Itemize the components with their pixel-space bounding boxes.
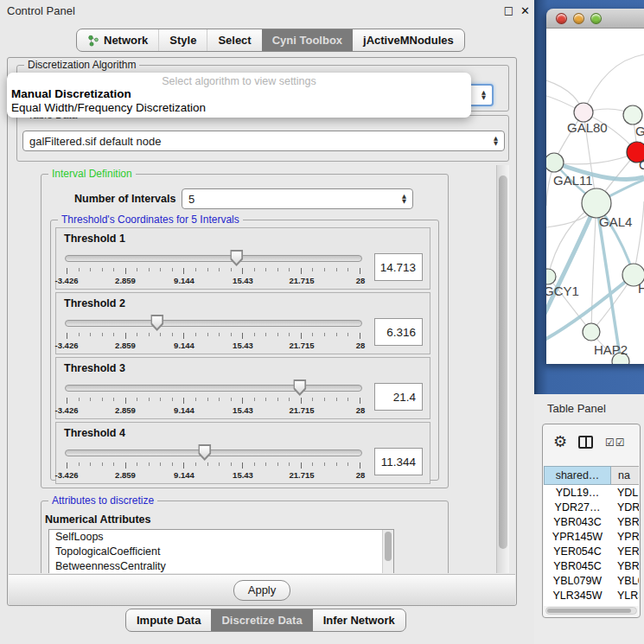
threshold-1-label: Threshold 1: [64, 233, 125, 245]
tab-style-label: Style: [169, 34, 196, 47]
slider-thumb[interactable]: [198, 444, 211, 461]
column-header-shared-name[interactable]: shared…: [544, 466, 611, 485]
threshold-2-value-field[interactable]: 6.316: [374, 318, 423, 346]
combo-spinner-icon[interactable]: ▲ ▼: [488, 136, 498, 146]
table-horizontal-scrollbar[interactable]: [545, 607, 637, 615]
popup-option-equal-width[interactable]: Equal Width/Frequency Discretization: [7, 101, 471, 115]
algorithm-dropdown-popup: Select algorithm to view settings Manual…: [7, 73, 471, 118]
list-item[interactable]: TopologicalCoefficient: [49, 545, 393, 559]
network-node[interactable]: [623, 105, 642, 124]
threshold-4-label: Threshold 4: [64, 427, 125, 439]
network-window-titlebar[interactable]: [546, 9, 644, 29]
checkbox-icons[interactable]: ☑☑: [605, 437, 626, 449]
cell: YLR3: [611, 590, 639, 602]
slider-thumb[interactable]: [293, 379, 306, 396]
threshold-4-slider[interactable]: -3.4262.8599.14415.4321.71528: [65, 442, 362, 481]
node-label: HAP2: [594, 342, 628, 357]
apply-button[interactable]: Apply: [233, 580, 291, 601]
slider-thumb[interactable]: [150, 315, 163, 331]
table-row[interactable]: YDR27…YDR2: [544, 500, 639, 514]
tab-discretize-data[interactable]: Discretize Data: [211, 609, 312, 631]
tab-infer-network[interactable]: Infer Network: [313, 609, 405, 631]
list-item[interactable]: BetweennessCentrality: [49, 559, 393, 573]
table-row[interactable]: YBR043CYBR0: [544, 514, 639, 529]
float-window-icon[interactable]: □: [502, 4, 515, 17]
network-node[interactable]: [546, 269, 556, 284]
popup-hint: Select algorithm to view settings: [7, 75, 471, 87]
table-header-row: shared… na: [544, 466, 639, 485]
slider-track[interactable]: [65, 255, 362, 262]
cell: YER0: [611, 545, 639, 558]
combo-spinner-icon[interactable]: ▲ ▼: [397, 194, 406, 204]
screen: Control Panel □ ✕ Network Style Select C…: [0, 0, 644, 644]
popup-option-manual-discretization[interactable]: Manual Discretization: [7, 87, 471, 101]
slider-ticks: [67, 268, 360, 275]
cell: YDR27…: [544, 501, 611, 513]
slider-tick-labels: -3.4262.8599.14415.4321.71528: [67, 405, 360, 416]
close-traffic-light-icon[interactable]: [556, 13, 567, 24]
settings-scrollbar[interactable]: [496, 165, 509, 573]
network-node[interactable]: [546, 153, 564, 172]
threshold-1-value-field[interactable]: 14.713: [374, 253, 423, 281]
scrollbar-thumb[interactable]: [499, 175, 507, 549]
tab-select[interactable]: Select: [207, 29, 261, 51]
slider-tick-labels: -3.4262.8599.14415.4321.71528: [67, 276, 360, 286]
scrollbar-thumb[interactable]: [385, 532, 392, 561]
slider-ticks: [67, 333, 360, 340]
tab-style[interactable]: Style: [158, 29, 207, 51]
control-panel-tabbar: Network Style Select Cyni Toolbox jActiv…: [76, 29, 465, 52]
table-row[interactable]: YPR145WYPR1: [544, 529, 639, 544]
node-label: GAL11: [553, 173, 593, 188]
scrollbar-thumb[interactable]: [547, 609, 631, 613]
threshold-4-value-field[interactable]: 11.344: [374, 448, 423, 475]
split-pane-icon[interactable]: [578, 436, 593, 449]
zoom-traffic-light-icon[interactable]: [590, 13, 602, 24]
threshold-3-value-field[interactable]: 21.4: [374, 383, 423, 411]
threshold-3-slider[interactable]: -3.4262.8599.14415.4321.71528: [65, 377, 362, 417]
gear-icon[interactable]: ⚙: [553, 432, 567, 450]
node-label: GAL4: [599, 214, 632, 229]
slider-thumb[interactable]: [230, 250, 243, 266]
list-item[interactable]: SelfLoops: [49, 530, 393, 545]
table-data-combobox[interactable]: galFiltered.sif default node ▲ ▼: [22, 131, 505, 151]
network-node[interactable]: [582, 188, 611, 218]
table-row[interactable]: YBR045CYBR0: [544, 558, 639, 573]
tab-select-label: Select: [218, 34, 251, 47]
tab-network[interactable]: Network: [77, 29, 158, 51]
threshold-1-slider[interactable]: -3.4262.8599.14415.4321.71528: [65, 247, 362, 287]
minimize-traffic-light-icon[interactable]: [573, 13, 584, 24]
cyni-bottom-tabbar: Impute Data Discretize Data Infer Networ…: [125, 609, 406, 632]
table-row[interactable]: YER054CYER0: [544, 544, 639, 558]
tab-impute-data-label: Impute Data: [137, 614, 201, 627]
table-row[interactable]: YDL19…YDL1: [544, 485, 639, 500]
tab-network-label: Network: [104, 34, 148, 47]
column-header-name[interactable]: na: [611, 466, 639, 485]
table-row[interactable]: YIL052CYIL0: [544, 603, 639, 606]
cell: YBR0: [611, 516, 639, 528]
slider-track[interactable]: [65, 450, 362, 456]
slider-track[interactable]: [65, 320, 362, 327]
list-scrollbar[interactable]: [382, 530, 393, 573]
table-panel-region: Table Panel ⚙ ☑☑ shared… na YDL19…YDL1 Y…: [534, 394, 644, 644]
network-node[interactable]: [583, 323, 600, 341]
thresholds-group-title: Threshold's Coordinates for 5 Intervals: [58, 214, 243, 226]
spinner-down-icon: ▼: [481, 95, 486, 100]
network-canvas[interactable]: GAL80 GA C GAL11 GAL4 GCY1 H HAP2: [546, 29, 644, 364]
tab-cyni-toolbox[interactable]: Cyni Toolbox: [262, 29, 353, 51]
node-label: H: [638, 281, 644, 296]
threshold-2-slider[interactable]: -3.4262.8599.14415.4321.71528: [65, 312, 362, 352]
network-desktop: GAL80 GA C GAL11 GAL4 GCY1 H HAP2: [534, 0, 644, 394]
network-node[interactable]: [574, 103, 593, 122]
slider-track[interactable]: [65, 385, 362, 392]
cell: YIL0: [611, 604, 639, 607]
table-row[interactable]: YLR345WYLR3: [544, 588, 639, 603]
cell: YBL079W: [544, 575, 611, 587]
close-window-icon[interactable]: ✕: [519, 4, 532, 17]
table-row[interactable]: YBL079WYBL0: [544, 573, 639, 588]
tab-impute-data[interactable]: Impute Data: [126, 609, 211, 631]
combo-spinner-icon[interactable]: ▲ ▼: [476, 90, 486, 100]
tab-jactivemnodules[interactable]: jActiveMNodules: [353, 29, 464, 51]
attributes-group-title: Attributes to discretize: [48, 494, 157, 507]
control-panel-title: Control Panel: [7, 0, 75, 22]
number-of-intervals-spinner[interactable]: 5 ▲ ▼: [182, 188, 413, 209]
